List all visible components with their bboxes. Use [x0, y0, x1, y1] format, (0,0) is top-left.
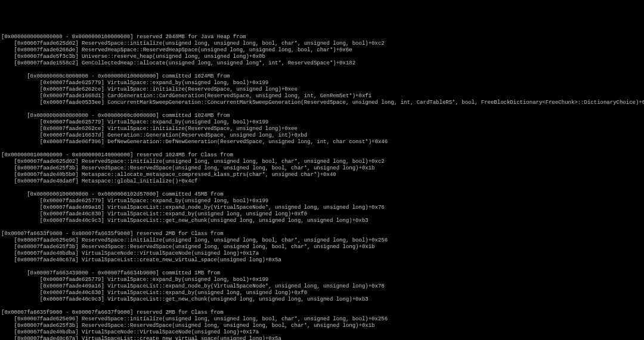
log-line: [0x00007faade1558c2] GenCollectedHeap::a…: [1, 60, 355, 66]
log-line: [0x00007faade625779] VirtualSpace::expan…: [1, 277, 268, 283]
log-line: [0x00007faade625779] VirtualSpace::expan…: [1, 198, 268, 204]
log-line: [0x00007faade0533ee] ConcurrentMarkSweep…: [1, 100, 644, 106]
log-line: [0x00007faade1668d1] CardGeneration::Car…: [1, 93, 371, 99]
log-line: [0x00007faade16637d] Generation::Generat…: [1, 132, 307, 138]
log-line: [0x00007faade40c67a] VirtualSpaceList::c…: [1, 257, 281, 263]
log-line: [0x00007faade6262ce] VirtualSpace::initi…: [1, 86, 298, 92]
log-line: [0x00007faade40bdba] VirtualSpaceNode::V…: [1, 251, 259, 256]
log-line: [0x00007faade40c830] VirtualSpaceList::e…: [1, 211, 307, 217]
log-line: [0x00007fa6633f9000 - 0x00007fa6635f9000…: [1, 231, 224, 237]
log-line: [0x00007faade625f3b] ReservedSpace::Rese…: [1, 165, 375, 171]
log-line: [0x00007faade625779] VirtualSpace::expan…: [1, 80, 268, 86]
log-line: [0x00007faade625f3b] ReservedSpace::Rese…: [1, 323, 375, 329]
log-line: [0x00007faade409a16] VirtualSpaceList::e…: [1, 283, 385, 289]
log-line: [0x00007faade40c67a] VirtualSpaceList::c…: [1, 336, 281, 340]
log-line: [0x00000000c0000000 - 0x0000000100000000…: [1, 73, 230, 79]
log-line: [0x0000000100000000 - 0x0000000102d57000…: [1, 191, 224, 197]
log-line: [0x00007faade625f3b] ReservedSpace::Rese…: [1, 244, 375, 250]
log-line: [0x00007faade40bdba] VirtualSpaceNode::V…: [1, 329, 259, 335]
log-line: [0x00007faade6266de] ReservedHeapSpace::…: [1, 47, 352, 53]
log-line: [0x00007faade40c9c3] VirtualSpaceList::g…: [1, 218, 369, 224]
log-line: [0x00007faade40c830] VirtualSpaceList::e…: [1, 290, 307, 296]
terminal-output: [0x0000000000000000 - 0x0000000100000000…: [0, 33, 644, 340]
log-line: [0x00007faade625779] VirtualSpace::expan…: [1, 119, 268, 125]
log-line: [0x00007faade40b5b0] Metaspace::allocate…: [1, 172, 336, 178]
log-line: [0x00007faade6262ce] VirtualSpace::initi…: [1, 126, 298, 132]
log-line: [0x0000000100000000 - 0x0000000140000000…: [1, 152, 233, 158]
log-line: [0x00007faade40da8f] Metaspace::global_i…: [1, 178, 197, 184]
log-line: [0x00007faade625e96] ReservedSpace::init…: [1, 316, 388, 322]
log-line: [0x00007faade5f3c3b] Universe::reserve_h…: [1, 54, 265, 60]
log-line: [0x00007faade625d02] ReservedSpace::init…: [1, 159, 385, 165]
log-line: [0x0000000000000000 - 0x0000000100000000…: [1, 34, 246, 40]
log-line: [0x00007faade409a16] VirtualSpaceList::e…: [1, 205, 385, 211]
log-line: [0x00007faade625d02] ReservedSpace::init…: [1, 41, 385, 47]
log-line: [0x00007fa6635f9000 - 0x00007fa6637f9000…: [1, 310, 224, 316]
log-line: [0x00007fa663439000 - 0x00007fa6634b9000…: [1, 270, 220, 276]
log-line: [0x00007faade40c9c3] VirtualSpaceList::g…: [1, 296, 369, 302]
log-line: [0x0000000080000000 - 0x00000000c0000000…: [1, 113, 230, 119]
log-line: [0x00007faade625e96] ReservedSpace::init…: [1, 237, 388, 243]
log-line: [0x00007faade06f396] DefNewGeneration::D…: [1, 139, 388, 145]
